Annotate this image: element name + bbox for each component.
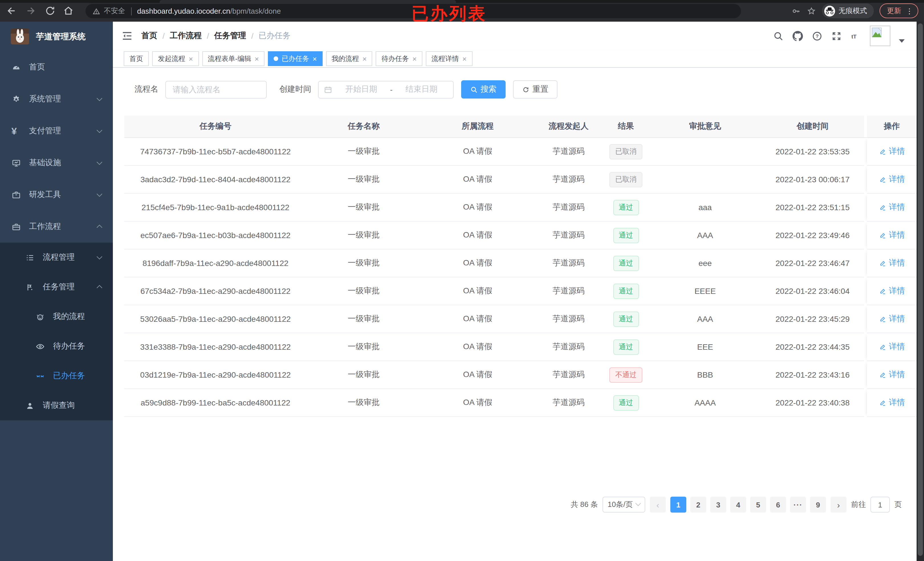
tab[interactable]: 已办任务 × xyxy=(268,51,322,66)
home-icon[interactable] xyxy=(63,5,74,16)
sidebar-item-todo-tasks[interactable]: 待办任务 xyxy=(0,332,113,361)
page-button[interactable]: 2 xyxy=(690,497,706,513)
sidebar-item-pay[interactable]: ¥ 支付管理 xyxy=(0,115,113,147)
page-button[interactable]: 1 xyxy=(670,497,686,513)
end-date-placeholder[interactable]: 结束日期 xyxy=(395,84,448,94)
page-button[interactable]: 3 xyxy=(710,497,726,513)
hamburger-icon[interactable] xyxy=(122,30,133,42)
breadcrumb-item[interactable]: 工作流程 xyxy=(170,31,202,41)
detail-link[interactable]: 详情 xyxy=(879,202,905,212)
detail-link[interactable]: 详情 xyxy=(879,370,905,380)
caret-down-icon[interactable] xyxy=(899,39,904,43)
breadcrumb-item[interactable]: 首页 xyxy=(141,31,158,41)
sidebar-item-process-mgmt[interactable]: 流程管理 xyxy=(0,242,113,272)
sidebar-item-leave-query[interactable]: 请假查询 xyxy=(0,391,113,420)
sidebar-item-home[interactable]: 首页 xyxy=(0,51,113,83)
star-icon[interactable] xyxy=(807,6,816,16)
browser-menu-icon[interactable]: ⋮ xyxy=(906,7,913,15)
sidebar-item-devtools[interactable]: 研发工具 xyxy=(0,179,113,211)
detail-link[interactable]: 详情 xyxy=(879,258,905,268)
goto-page-input[interactable] xyxy=(870,497,890,513)
page-button[interactable]: ··· xyxy=(790,497,806,513)
detail-link[interactable]: 详情 xyxy=(879,314,905,324)
date-range-picker[interactable]: 开始日期 - 结束日期 xyxy=(318,81,454,98)
detail-link-label[interactable]: 详情 xyxy=(889,147,905,157)
sidebar-item-system[interactable]: 系统管理 xyxy=(0,83,113,115)
update-button[interactable]: 更新 ⋮ xyxy=(879,3,918,18)
tab[interactable]: 发起流程 × xyxy=(152,51,199,66)
detail-link-label[interactable]: 详情 xyxy=(889,314,905,324)
process-name-input[interactable] xyxy=(165,81,267,98)
security-label[interactable]: 不安全 xyxy=(104,6,125,16)
detail-link-label[interactable]: 详情 xyxy=(889,286,905,296)
app-logo-row[interactable]: 芋道管理系统 xyxy=(0,22,113,50)
breadcrumb-item[interactable]: 任务管理 xyxy=(214,31,246,41)
close-icon[interactable]: × xyxy=(462,55,466,62)
reset-button[interactable]: 重置 xyxy=(513,80,558,99)
tab[interactable]: 流程详情 × xyxy=(426,51,472,66)
tab[interactable]: 首页 × xyxy=(124,51,149,66)
tab-label[interactable]: 首页 xyxy=(129,54,143,63)
font-size-icon[interactable]: tT xyxy=(850,30,861,41)
fullscreen-icon[interactable] xyxy=(831,30,842,41)
detail-link[interactable]: 详情 xyxy=(879,342,905,352)
github-icon[interactable] xyxy=(792,30,803,41)
close-icon[interactable]: × xyxy=(189,55,193,62)
tab-label[interactable]: 流程详情 xyxy=(432,54,459,63)
tab-label[interactable]: 发起流程 xyxy=(158,54,185,63)
detail-link[interactable]: 详情 xyxy=(879,398,905,408)
tab-label[interactable]: 我的流程 xyxy=(332,54,359,63)
next-page-button[interactable]: › xyxy=(831,497,846,513)
sidebar-item-done-tasks[interactable]: 已办任务 xyxy=(0,361,113,391)
scrollbar[interactable] xyxy=(916,22,924,561)
table-row: 215cf4e5-7b9b-11ec-9a1b-acde48001122 一级审… xyxy=(124,194,916,221)
close-icon[interactable]: × xyxy=(412,55,417,62)
cell-task-id: ec507ae6-7b9a-11ec-b03b-acde48001122 xyxy=(124,221,307,250)
page-button[interactable]: 9 xyxy=(810,497,826,513)
page-size-select[interactable]: 10条/页 xyxy=(603,497,645,513)
sidebar-item-workflow[interactable]: 工作流程 xyxy=(0,211,113,242)
close-icon[interactable]: × xyxy=(363,55,367,62)
sidebar-item-task-mgmt[interactable]: 任务管理 xyxy=(0,272,113,302)
scrollbar-thumb[interactable] xyxy=(918,23,923,556)
tab[interactable]: 流程表单-编辑 × xyxy=(202,51,264,66)
detail-link-label[interactable]: 详情 xyxy=(889,230,905,240)
avatar[interactable] xyxy=(870,25,890,46)
tab-label[interactable]: 流程表单-编辑 xyxy=(208,54,251,63)
detail-link[interactable]: 详情 xyxy=(879,174,905,184)
tab-label[interactable]: 已办任务 xyxy=(282,54,309,63)
close-icon[interactable]: × xyxy=(255,55,259,62)
back-icon[interactable] xyxy=(6,5,17,16)
forward-icon[interactable] xyxy=(25,5,36,16)
help-icon[interactable]: ? xyxy=(812,30,822,41)
page-button[interactable]: 5 xyxy=(750,497,766,513)
tab[interactable]: 待办任务 × xyxy=(376,51,422,66)
key-icon[interactable] xyxy=(791,6,801,16)
detail-link-label[interactable]: 详情 xyxy=(889,174,905,184)
close-icon[interactable]: × xyxy=(312,55,316,62)
page-button[interactable]: 4 xyxy=(730,497,746,513)
detail-link[interactable]: 详情 xyxy=(879,286,905,296)
tab[interactable]: 我的流程 × xyxy=(326,51,372,66)
prev-page-button[interactable]: ‹ xyxy=(650,497,666,513)
detail-link-label[interactable]: 详情 xyxy=(889,342,905,352)
table-row: ec507ae6-7b9a-11ec-b03b-acde48001122 一级审… xyxy=(124,221,916,250)
cell-process: OA 请假 xyxy=(421,194,535,221)
detail-link[interactable]: 详情 xyxy=(879,147,905,157)
chevron-up-icon xyxy=(97,225,102,230)
search-icon[interactable] xyxy=(773,30,784,41)
detail-link-label[interactable]: 详情 xyxy=(889,202,905,212)
sidebar-item-infra[interactable]: 基础设施 xyxy=(0,147,113,179)
svg-text:tT: tT xyxy=(851,33,856,39)
sidebar-item-my-process[interactable]: 我的流程 xyxy=(0,302,113,332)
detail-link-label[interactable]: 详情 xyxy=(889,370,905,380)
tab-label[interactable]: 待办任务 xyxy=(382,54,409,63)
reload-icon[interactable] xyxy=(45,5,56,16)
search-button[interactable]: 搜索 xyxy=(461,80,506,99)
detail-link-label[interactable]: 详情 xyxy=(889,258,905,268)
start-date-placeholder[interactable]: 开始日期 xyxy=(334,84,388,94)
detail-link-label[interactable]: 详情 xyxy=(889,398,905,408)
fixed-col-gap xyxy=(864,250,867,277)
detail-link[interactable]: 详情 xyxy=(879,230,905,240)
page-button[interactable]: 6 xyxy=(770,497,786,513)
